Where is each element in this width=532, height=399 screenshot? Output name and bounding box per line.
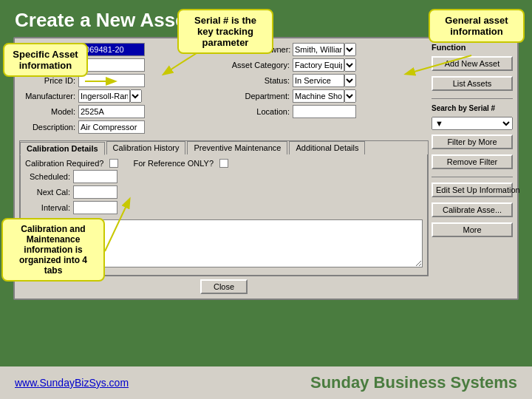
function-label: Function <box>432 43 513 52</box>
department-label: Department: <box>226 92 293 100</box>
scheduled-label: Scheduled: <box>25 172 73 181</box>
footer-brand: Sunday Business Systems <box>310 373 517 392</box>
description-input[interactable] <box>78 120 145 134</box>
calibration-required-label: Calibration Required? <box>25 159 103 168</box>
manufacturer-input[interactable] <box>78 89 130 103</box>
tab-calibration-details[interactable]: Calibration Details <box>20 142 105 155</box>
manufacturer-row: Manufacturer: ▼ <box>19 89 222 103</box>
employee-owner-select[interactable]: ▼ <box>344 43 356 56</box>
tab-calibration-history[interactable]: Calibration History <box>106 141 186 154</box>
manufacturer-select[interactable]: ▼ <box>130 89 142 103</box>
search-by-serial-select[interactable]: ▼ <box>432 117 513 130</box>
callout-calibration: Calibration and Maintenance information … <box>1 218 105 282</box>
calibration-required-row: Calibration Required? For Reference ONLY… <box>25 159 423 168</box>
close-button[interactable]: Close <box>200 279 248 294</box>
next-cal-row: Next Cal: <box>25 185 423 199</box>
next-cal-input[interactable] <box>73 185 117 199</box>
for-reference-checkbox[interactable] <box>219 159 228 168</box>
status-label: Status: <box>226 76 293 85</box>
asset-category-label: Asset Category: <box>226 61 293 69</box>
price-id-input[interactable] <box>78 74 145 87</box>
tab-bar: Calibration Details Calibration History … <box>20 141 428 154</box>
price-id-label: Price ID: <box>19 76 78 85</box>
description-label: Description: <box>19 123 78 132</box>
search-by-serial-label: Search by Serial # <box>432 104 513 112</box>
interval-label: Interval: <box>25 203 73 212</box>
department-select[interactable]: ▼ <box>344 89 356 103</box>
more-button[interactable]: More <box>432 222 513 237</box>
location-label: Location: <box>226 107 293 116</box>
calibrate-asset-button[interactable]: Calibrate Asse... <box>432 202 513 217</box>
asset-category-row: Asset Category: ▼ <box>226 58 429 72</box>
location-input[interactable] <box>293 105 356 118</box>
edit-setup-button[interactable]: Edit Set Up Information <box>432 183 513 197</box>
remove-filter-button[interactable]: Remove Filter <box>432 154 513 169</box>
tab-additional-details[interactable]: Additional Details <box>289 141 365 154</box>
callout-serial: Serial # is the key tracking parameter <box>177 9 273 54</box>
callout-specific: Specific Asset information <box>3 43 88 77</box>
employee-owner-input[interactable] <box>293 43 344 56</box>
interval-row: Interval: <box>25 201 423 214</box>
scheduled-row: Scheduled: <box>25 170 423 183</box>
status-select[interactable]: ▼ <box>344 74 356 87</box>
company-id-input[interactable] <box>78 58 145 72</box>
department-row: Department: ▼ <box>226 89 429 103</box>
model-row: Model: <box>19 105 222 118</box>
calibration-required-checkbox[interactable] <box>109 159 118 168</box>
filter-by-more-button[interactable]: Filter by More <box>432 134 513 149</box>
interval-input[interactable] <box>73 201 117 214</box>
asset-category-input[interactable] <box>293 58 344 72</box>
asset-category-select[interactable]: ▼ <box>344 58 356 72</box>
department-input[interactable] <box>293 89 344 103</box>
status-input[interactable] <box>293 74 344 87</box>
location-row: Location: <box>226 105 429 118</box>
right-panel: Function Add New Asset List Assets Searc… <box>432 43 513 294</box>
list-assets-button[interactable]: List Assets <box>432 76 513 91</box>
manufacturer-label: Manufacturer: <box>19 92 78 100</box>
serial-number-input[interactable] <box>78 43 145 56</box>
footer-link[interactable]: www.SundayBizSys.com <box>15 377 129 389</box>
next-cal-label: Next Cal: <box>25 188 73 197</box>
for-reference-label: For Reference ONLY? <box>133 159 214 168</box>
callout-general: General asset information <box>429 9 525 43</box>
add-new-asset-button[interactable]: Add New Asset <box>432 56 513 71</box>
description-row: Description: <box>19 120 222 134</box>
tab-preventive-maintenance[interactable]: Preventive Maintenance <box>187 141 287 154</box>
model-input[interactable] <box>78 105 145 118</box>
status-row: Status: ▼ <box>226 74 429 87</box>
footer: www.SundayBizSys.com Sunday Business Sys… <box>0 366 532 399</box>
scheduled-input[interactable] <box>73 170 117 183</box>
model-label: Model: <box>19 107 78 116</box>
page-title: Create a New Asset <box>15 9 192 32</box>
